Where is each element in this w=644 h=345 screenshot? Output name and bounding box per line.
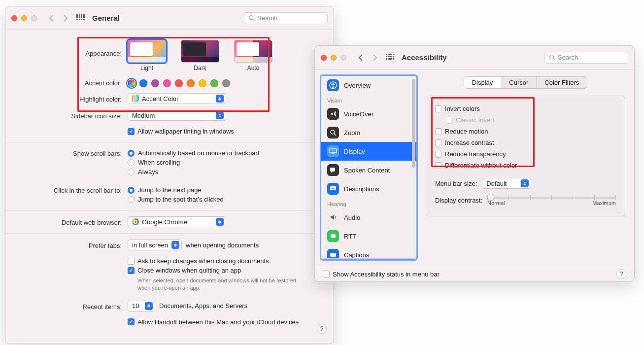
select-arrows-icon <box>171 241 179 249</box>
accessibility-body: Overview Vision VoiceOver Zoom Display S… <box>315 69 634 265</box>
sidebar-item-zoom[interactable]: Zoom <box>321 123 416 142</box>
menu-bar-size-select[interactable]: Default <box>482 178 531 189</box>
invert-colors-checkbox[interactable]: Invert colors <box>435 103 616 114</box>
accent-purple[interactable] <box>151 79 159 87</box>
accent-multicolor[interactable] <box>128 79 136 87</box>
scroll-auto-radio[interactable]: Automatically based on mouse or trackpad <box>128 148 325 158</box>
back-button[interactable] <box>46 13 56 23</box>
forward-button[interactable] <box>370 53 380 63</box>
close-windows-hint: When selected, open documents and window… <box>128 275 305 292</box>
svg-point-15 <box>334 188 335 189</box>
prefer-tabs-suffix: when opening documents <box>186 242 259 249</box>
search-icon <box>248 15 255 21</box>
accent-blue[interactable] <box>139 79 147 87</box>
sidebar-item-display[interactable]: Display <box>321 142 416 161</box>
click-jump-spot-radio[interactable]: Jump to the spot that's clicked <box>128 195 325 204</box>
accessibility-footer: Show Accessibility status in menu bar ? <box>315 265 634 282</box>
scroll-bars-label: Show scroll bars: <box>14 148 128 157</box>
sidebar-item-rtt[interactable]: RTT <box>321 227 416 245</box>
differentiate-color-checkbox[interactable]: Differentiate without color <box>435 160 616 171</box>
display-tabs: Display Cursor Color Filters <box>464 76 588 89</box>
sidebar-item-spoken-content[interactable]: Spoken Content <box>321 161 416 179</box>
help-button[interactable]: ? <box>317 324 327 334</box>
accent-pink[interactable] <box>163 79 171 87</box>
sidebar-item-voiceover[interactable]: VoiceOver <box>321 104 416 123</box>
captions-icon <box>327 249 339 259</box>
show-status-menubar-checkbox[interactable]: Show Accessibility status in menu bar <box>323 270 440 279</box>
svg-rect-16 <box>331 234 336 238</box>
accessibility-sidebar: Overview Vision VoiceOver Zoom Display S… <box>321 75 417 259</box>
accessibility-preferences-window: Accessibility Search Overview Vision Voi… <box>314 45 635 282</box>
svg-line-8 <box>334 134 336 136</box>
search-input[interactable]: Search <box>544 52 628 64</box>
search-placeholder: Search <box>558 54 578 61</box>
scrollbar[interactable] <box>412 79 415 168</box>
spoken-content-icon <box>327 164 339 176</box>
default-browser-select[interactable]: Google Chrome <box>128 216 226 227</box>
help-button[interactable]: ? <box>616 269 626 279</box>
accent-green[interactable] <box>210 79 218 87</box>
appearance-light[interactable]: Light <box>128 40 166 71</box>
zoom-icon[interactable] <box>340 55 346 61</box>
sidebar-item-captions[interactable]: Captions <box>321 245 416 259</box>
increase-contrast-checkbox[interactable]: Increase contrast <box>435 137 616 148</box>
zoom-icon[interactable] <box>31 15 37 21</box>
general-preferences-window: General Search Appearance: Light Dark <box>5 6 334 344</box>
minimize-icon[interactable] <box>331 55 337 61</box>
close-windows-checkbox[interactable]: Close windows when quitting an app <box>128 266 325 275</box>
appearance-auto[interactable]: Auto <box>234 40 272 71</box>
sidebar-size-select[interactable]: Medium <box>128 110 226 121</box>
checkbox-icon <box>128 318 135 325</box>
forward-button[interactable] <box>61 13 70 23</box>
tab-color-filters[interactable]: Color Filters <box>536 77 587 88</box>
svg-line-1 <box>253 19 254 21</box>
close-icon[interactable] <box>321 55 327 61</box>
recent-items-select[interactable]: 10 <box>128 301 155 311</box>
appearance-label: Appearance: <box>14 40 128 57</box>
ask-keep-checkbox[interactable]: Ask to keep changes when closing documen… <box>128 256 325 266</box>
menu-bar-size-label: Menu bar size: <box>435 180 477 187</box>
show-all-button[interactable] <box>75 13 85 23</box>
display-contrast-slider[interactable] <box>487 197 616 199</box>
back-button[interactable] <box>355 53 365 63</box>
checkbox-icon <box>128 128 135 135</box>
select-arrows-icon <box>521 179 529 187</box>
select-arrows-icon <box>145 302 153 310</box>
scroll-when-scrolling-radio[interactable]: When scrolling <box>128 158 325 167</box>
scroll-always-radio[interactable]: Always <box>128 167 325 176</box>
reduce-motion-checkbox[interactable]: Reduce motion <box>435 126 616 137</box>
wallpaper-tint-checkbox[interactable]: Allow wallpaper tinting in windows <box>128 127 325 136</box>
sidebar-item-overview[interactable]: Overview <box>321 76 416 95</box>
close-icon[interactable] <box>11 15 17 21</box>
prefer-tabs-label: Prefer tabs: <box>14 241 128 249</box>
handoff-checkbox[interactable]: Allow Handoff between this Mac and your … <box>128 317 325 327</box>
highlight-color-select[interactable]: Accent Color <box>128 93 226 104</box>
accent-red[interactable] <box>175 79 183 87</box>
accent-yellow[interactable] <box>199 79 206 87</box>
click-next-page-radio[interactable]: Jump to the next page <box>128 185 325 195</box>
accent-orange[interactable] <box>187 79 195 87</box>
general-titlebar: General Search <box>5 6 334 30</box>
svg-point-6 <box>331 113 333 115</box>
accent-swatches <box>128 77 325 87</box>
classic-invert-checkbox: Classic Invert <box>446 114 616 126</box>
accessibility-main: Display Cursor Color Filters Invert colo… <box>423 69 634 265</box>
show-all-button[interactable] <box>385 53 395 63</box>
sidebar-item-audio[interactable]: Audio <box>321 208 416 227</box>
appearance-dark[interactable]: Dark <box>181 40 219 71</box>
sidebar-item-descriptions[interactable]: Descriptions <box>321 179 416 198</box>
minimize-icon[interactable] <box>21 15 27 21</box>
tab-cursor[interactable]: Cursor <box>501 77 536 88</box>
reduce-transparency-checkbox[interactable]: Reduce transparency <box>435 148 616 160</box>
tab-display[interactable]: Display <box>464 77 501 88</box>
recent-items-suffix: Documents, Apps, and Servers <box>159 302 247 310</box>
prefer-tabs-select[interactable]: in full screen <box>128 240 182 250</box>
select-arrows-icon <box>216 111 224 119</box>
grid-icon <box>386 54 394 62</box>
highlight-swatch-icon <box>132 95 139 102</box>
chrome-icon <box>132 218 139 225</box>
accent-graphite[interactable] <box>222 79 230 87</box>
select-arrows-icon <box>216 95 224 103</box>
click-scroll-label: Click in the scroll bar to: <box>14 185 128 194</box>
search-input[interactable]: Search <box>244 12 328 24</box>
